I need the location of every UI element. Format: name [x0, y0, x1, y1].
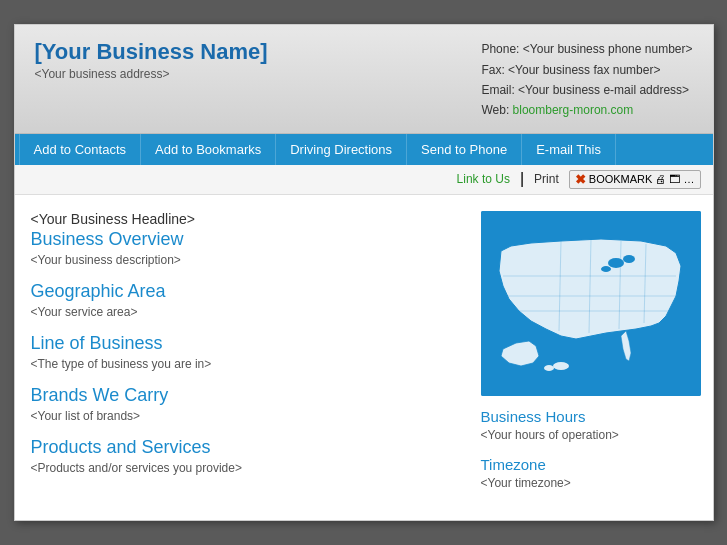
print-button[interactable]: Print: [534, 172, 559, 186]
geo-title: Geographic Area: [31, 281, 465, 302]
brands-block: Brands We Carry <Your list of brands>: [31, 385, 465, 423]
svg-point-5: [544, 365, 554, 371]
hours-title: Business Hours: [481, 408, 701, 425]
lob-block: Line of Business <The type of business y…: [31, 333, 465, 371]
hours-desc: <Your hours of operation>: [481, 428, 701, 442]
svg-point-1: [608, 258, 624, 268]
business-address: <Your business address>: [35, 67, 268, 81]
fax-label: Fax:: [481, 63, 504, 77]
nav-driving-directions[interactable]: Driving Directions: [276, 134, 407, 165]
web-line: Web: bloomberg-moron.com: [481, 100, 692, 120]
content-left: <Your Business Headline> Business Overvi…: [31, 211, 465, 504]
toolbar-separator: |: [520, 170, 524, 188]
navbar: Add to Contacts Add to Bookmarks Driving…: [15, 134, 713, 165]
phone-value: <Your business phone number>: [523, 42, 693, 56]
email-label: Email:: [481, 83, 514, 97]
map-image: [481, 211, 701, 396]
header-left: [Your Business Name] <Your business addr…: [35, 39, 268, 81]
header-right: Phone: <Your business phone number> Fax:…: [481, 39, 692, 121]
timezone-block: Timezone <Your timezone>: [481, 456, 701, 490]
geo-block: Geographic Area <Your service area>: [31, 281, 465, 319]
phone-line: Phone: <Your business phone number>: [481, 39, 692, 59]
timezone-desc: <Your timezone>: [481, 476, 701, 490]
toolbar: Link to Us | Print ✖ BOOKMARK 🖨 🗔 …: [15, 165, 713, 195]
header: [Your Business Name] <Your business addr…: [15, 25, 713, 134]
brands-desc: <Your list of brands>: [31, 409, 465, 423]
overview-title: Business Overview: [31, 229, 465, 250]
nav-add-contacts[interactable]: Add to Contacts: [19, 134, 142, 165]
headline-block: <Your Business Headline> Business Overvi…: [31, 211, 465, 267]
nav-add-bookmarks[interactable]: Add to Bookmarks: [141, 134, 276, 165]
bookmark-label: BOOKMARK: [589, 173, 653, 185]
phone-label: Phone:: [481, 42, 519, 56]
page-wrapper: [Your Business Name] <Your business addr…: [14, 24, 714, 521]
hours-block: Business Hours <Your hours of operation>: [481, 408, 701, 442]
svg-point-2: [623, 255, 635, 263]
geo-desc: <Your service area>: [31, 305, 465, 319]
timezone-title: Timezone: [481, 456, 701, 473]
link-to-us-button[interactable]: Link to Us: [457, 172, 510, 186]
svg-point-3: [601, 266, 611, 272]
business-name: [Your Business Name]: [35, 39, 268, 65]
svg-point-4: [553, 362, 569, 370]
web-label: Web:: [481, 103, 509, 117]
business-headline: <Your Business Headline>: [31, 211, 465, 227]
email-line: Email: <Your business e-mail address>: [481, 80, 692, 100]
main-content: <Your Business Headline> Business Overvi…: [15, 195, 713, 520]
content-right: Business Hours <Your hours of operation>…: [481, 211, 701, 504]
web-link[interactable]: bloomberg-moron.com: [513, 103, 634, 117]
lob-desc: <The type of business you are in>: [31, 357, 465, 371]
nav-send-to-phone[interactable]: Send to Phone: [407, 134, 522, 165]
overview-desc: <Your business description>: [31, 253, 465, 267]
map-svg: [481, 211, 701, 396]
lob-title: Line of Business: [31, 333, 465, 354]
bookmark-icons: 🖨 🗔 …: [655, 173, 694, 185]
nav-email-this[interactable]: E-mail This: [522, 134, 616, 165]
fax-line: Fax: <Your business fax number>: [481, 60, 692, 80]
products-desc: <Products and/or services you provide>: [31, 461, 465, 475]
fax-value: <Your business fax number>: [508, 63, 660, 77]
email-value: <Your business e-mail address>: [518, 83, 689, 97]
bookmark-button[interactable]: ✖ BOOKMARK 🖨 🗔 …: [569, 170, 701, 189]
products-title: Products and Services: [31, 437, 465, 458]
bookmark-icon: ✖: [575, 172, 586, 187]
products-block: Products and Services <Products and/or s…: [31, 437, 465, 475]
brands-title: Brands We Carry: [31, 385, 465, 406]
